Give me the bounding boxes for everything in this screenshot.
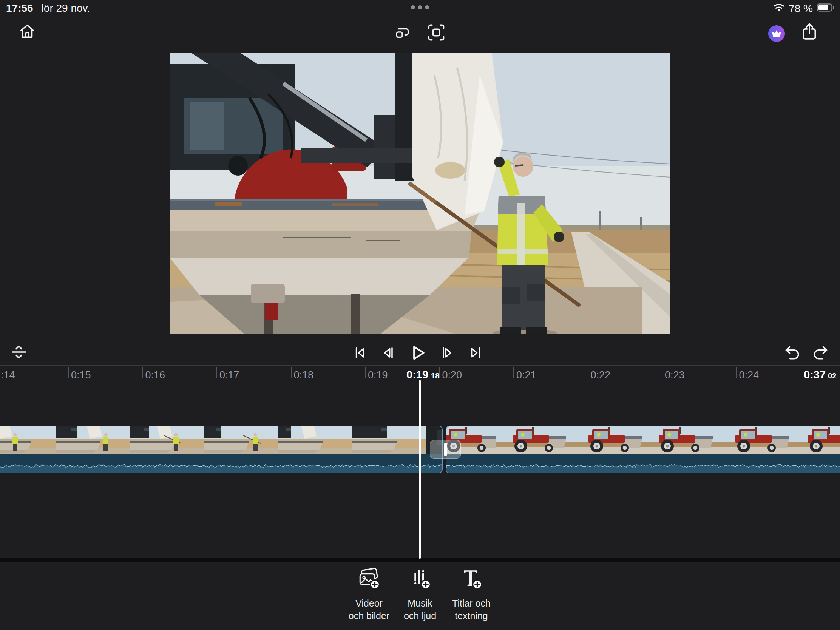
play-icon [407,343,428,364]
bottom-toolbar: Videor och bilder Musik och ljud [0,562,840,630]
video-preview[interactable] [170,52,670,334]
skip-to-start-button[interactable] [351,344,369,362]
ruler-tick [736,367,737,379]
skip-end-icon [467,344,484,362]
clip-2-audio-waveform [447,454,840,472]
battery-icon [816,3,835,15]
resize-aspect-button[interactable] [393,24,412,42]
ruler-label: 0:21 [516,369,536,381]
skip-to-end-button[interactable] [467,344,484,362]
ruler-tick [216,367,217,379]
clip-thumbnail [0,426,56,454]
redo-icon [811,344,829,362]
home-button[interactable] [17,22,37,41]
frame-back-button[interactable] [379,344,396,362]
clip-thumbnail [718,426,792,454]
waveform-svg [447,454,840,472]
ruler-label: 0:18 [294,369,314,381]
frame-forward-icon [439,344,456,362]
share-icon [800,22,819,43]
ruler-tick [588,367,589,379]
ruler-tick [365,367,366,379]
ruler-label: 0:17 [219,369,240,381]
ruler-label: 0:20 [442,369,462,381]
video-clip-2[interactable] [446,426,840,473]
wifi-icon [773,2,785,15]
clock: 17:56 [6,2,33,14]
timeline-expand-button[interactable] [9,344,29,361]
skip-start-icon [351,344,369,362]
trim-handle-grip[interactable] [444,443,447,456]
ruler-label: 0:19 [368,369,388,381]
clip-thumbnail [130,426,204,454]
ruler-label: :14 [1,369,15,381]
clip-1-audio-waveform [0,454,442,472]
ruler-label: 0:16 [145,369,166,381]
playhead[interactable] [419,380,421,559]
add-videos-label: Videor och bilder [349,597,389,622]
status-bar-left: 17:56 lör 29 nov. [6,2,90,14]
clip-thumbnail [56,426,130,454]
date: lör 29 nov. [41,2,90,14]
clip-thumbnail [352,426,426,454]
export-share-button[interactable] [799,22,819,42]
clip-thumbnail [496,426,570,454]
ruler-label: 0:15 [71,369,91,381]
add-title-icon [459,567,484,592]
ruler-tick [801,367,802,379]
premium-crown-icon [768,25,785,43]
ruler-label: 0:24 [739,369,759,381]
total-duration-label: 0:37 02 [804,369,836,381]
frame-forward-button[interactable] [439,344,456,362]
clip-thumbnail [792,426,840,454]
current-time-label: 0:19 18 [406,369,439,381]
ruler-tick [513,367,514,379]
ruler-tick [142,367,143,379]
ruler-label: 0:22 [591,369,611,381]
add-music-label: Musik och ljud [404,597,436,622]
clip-1-thumbnails [0,426,443,454]
add-titles-button[interactable]: Titlar och textning [441,567,502,622]
premium-button[interactable] [768,26,785,42]
ruler-tick [291,367,292,379]
clip-thumbnail [204,426,278,454]
add-titles-label: Titlar och textning [452,597,491,622]
ruler-label: 0:23 [665,369,685,381]
clip-2-thumbnails [446,426,840,454]
ruler-tick [439,367,440,379]
clip-thumbnail [278,426,352,454]
ruler-tick [662,367,663,379]
redo-button[interactable] [810,344,830,362]
video-clip-1[interactable] [0,426,443,473]
play-button[interactable] [407,343,428,364]
clip-thumbnail [570,426,644,454]
video-editor-app: 17:56 lör 29 nov. 78 % [0,0,840,630]
fullscreen-icon [427,24,445,43]
multitask-dots-indicator[interactable] [411,5,429,9]
undo-button[interactable] [783,344,802,362]
clip-trim-handle[interactable] [430,440,461,458]
fullscreen-button[interactable] [427,24,446,42]
battery-percent: 78 % [789,3,813,15]
timeline-expand-icon [9,344,28,361]
add-music-icon [407,567,433,592]
home-icon [18,22,36,41]
playback-controls [351,343,484,364]
clip-thumbnail [644,426,718,454]
undo-icon [783,344,802,362]
waveform-svg [0,454,443,472]
ruler-tick [68,367,69,379]
add-media-icon [357,567,382,592]
preview-frame-illustration [170,52,670,334]
status-bar-right: 78 % [773,2,835,15]
resize-icon [394,24,411,43]
frame-back-icon [379,344,396,362]
